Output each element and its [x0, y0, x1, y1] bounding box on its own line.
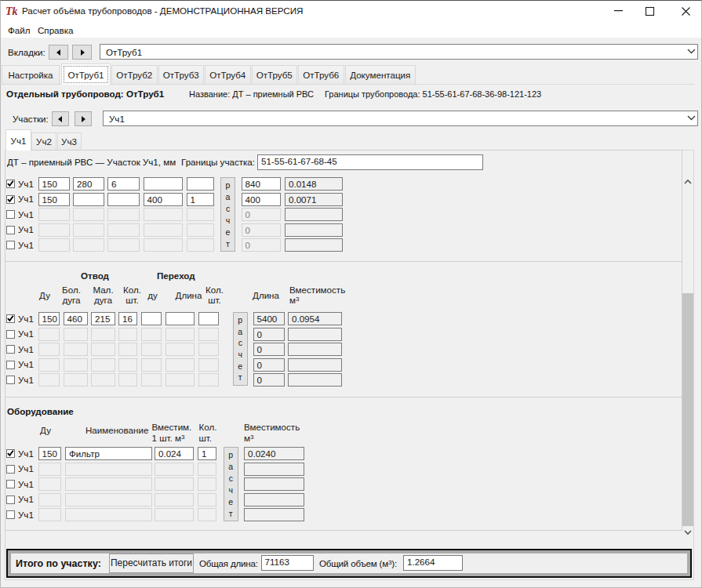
- svg-text:Tk: Tk: [5, 5, 18, 17]
